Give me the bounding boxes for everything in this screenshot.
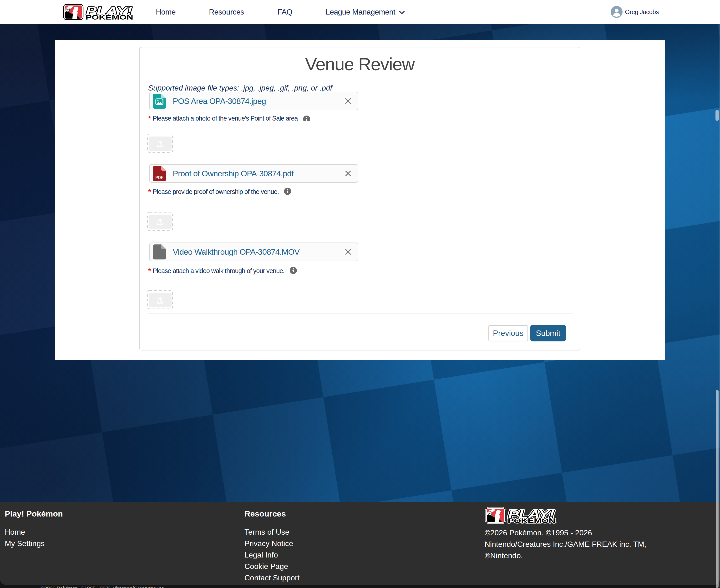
- svg-text:PDF: PDF: [155, 175, 164, 180]
- info-icon[interactable]: [284, 188, 291, 195]
- page-scrollbar-thumb[interactable]: [716, 390, 719, 588]
- nav-links: Home Resources FAQ League Management: [156, 0, 405, 24]
- required-marker: *: [148, 267, 151, 275]
- footer-brand-heading: Play! Pokémon: [5, 509, 63, 519]
- info-icon[interactable]: [290, 267, 297, 274]
- logo-pokemon-text: POKÉMON: [508, 517, 555, 524]
- pdf-file-icon: PDF: [153, 166, 166, 181]
- dropzone-inner: [149, 136, 172, 151]
- user-name: Greg Jacobs: [625, 8, 659, 16]
- file-link-pos-area[interactable]: POS Area OPA-30874.jpeg: [173, 97, 266, 106]
- footer-copyright-line: ©2026 Pokémon. ©1995 - 2026: [485, 528, 592, 537]
- footer-copyright-line: ®Nintendo.: [485, 551, 523, 560]
- page-title: Venue Review: [140, 54, 580, 74]
- nav-item-league-management-label: League Management: [326, 8, 395, 17]
- page-footer: Play! Pokémon Home My Settings Resources…: [0, 502, 720, 585]
- top-navbar: PLAY! PLAY! POKÉMON ™ Home Resources FAQ…: [0, 0, 720, 24]
- inner-scrollbar-thumb[interactable]: [716, 110, 719, 121]
- chevron-down-icon: [399, 11, 405, 14]
- nav-item-home[interactable]: Home: [156, 8, 175, 17]
- submit-button[interactable]: Submit: [530, 325, 566, 341]
- upload-icon: [156, 296, 164, 304]
- footer-link-terms-of-use[interactable]: Terms of Use: [245, 528, 289, 537]
- dropzone-inner: [149, 293, 172, 307]
- clipped-bottom-text: ©2026 Pokémon. ©1995 - 2026 Nintendo/Cre…: [41, 585, 165, 588]
- required-marker: *: [148, 188, 151, 196]
- nav-item-faq-label: FAQ: [278, 8, 292, 17]
- file-link-video-walkthrough[interactable]: Video Walkthrough OPA-30874.MOV: [173, 247, 299, 257]
- form-divider: [147, 314, 573, 314]
- file-link-proof-of-ownership[interactable]: Proof of Ownership OPA-30874.pdf: [173, 169, 294, 178]
- upload-dropzone-proof-of-ownership[interactable]: [147, 212, 173, 231]
- scrollbar-track: [719, 24, 720, 588]
- footer-link-cookie-page[interactable]: Cookie Page: [245, 562, 288, 571]
- footer-link-contact-support[interactable]: Contact Support: [245, 573, 299, 582]
- file-icon: [153, 245, 166, 259]
- upload-icon: [156, 217, 164, 226]
- footer-play-pokemon-logo: PLAY! PLAY! POKÉMON ™: [485, 507, 556, 524]
- field-label-text: Please attach a photo of the venue’s Poi…: [153, 114, 298, 121]
- footer-link-my-settings[interactable]: My Settings: [5, 539, 45, 548]
- uploaded-file-card-video-walkthrough: Video Walkthrough OPA-30874.MOV: [149, 243, 358, 261]
- uploaded-file-card-pos-area: POS Area OPA-30874.jpeg: [149, 92, 358, 110]
- remove-file-icon[interactable]: [344, 97, 352, 105]
- field-label-video-walkthrough: * Please attach a video walk through of …: [148, 267, 410, 275]
- venue-review-form-card: Venue Review Supported image file types:…: [139, 47, 580, 351]
- footer-link-home[interactable]: Home: [5, 528, 25, 537]
- remove-file-icon[interactable]: [344, 248, 352, 256]
- footer-link-privacy-notice[interactable]: Privacy Notice: [245, 539, 293, 548]
- footer-copyright-line: Nintendo/Creatures Inc./GAME FREAK inc. …: [485, 540, 647, 549]
- upload-icon: [156, 139, 164, 148]
- logo-tm-text: ™: [555, 522, 556, 524]
- footer-resources-heading: Resources: [245, 509, 286, 519]
- upload-dropzone-video-walkthrough[interactable]: [147, 290, 173, 309]
- nav-item-resources[interactable]: Resources: [209, 8, 244, 17]
- clipped-bottom-row: ©2026 Pokémon. ©1995 - 2026 Nintendo/Cre…: [0, 585, 720, 588]
- play-pokemon-logo[interactable]: PLAY! PLAY! POKÉMON ™: [63, 4, 134, 21]
- uploaded-file-card-proof-of-ownership: PDF Proof of Ownership OPA-30874.pdf: [149, 164, 358, 183]
- supported-file-types-note: Supported image file types: .jpg, .jpeg,…: [148, 84, 332, 92]
- logo-tm-text: ™: [133, 18, 134, 21]
- nav-item-home-label: Home: [156, 8, 175, 17]
- image-file-icon: [153, 93, 166, 109]
- user-avatar-icon: [611, 6, 622, 18]
- nav-item-faq[interactable]: FAQ: [278, 8, 292, 17]
- user-menu[interactable]: Greg Jacobs: [611, 0, 659, 24]
- logo-pokemon-text: POKÉMON: [86, 14, 133, 21]
- info-icon[interactable]: [303, 115, 310, 121]
- field-label-proof-of-ownership: * Please provide proof of ownership of t…: [148, 188, 410, 196]
- previous-button[interactable]: Previous: [488, 325, 528, 341]
- field-label-pos-area: * Please attach a photo of the venue’s P…: [148, 114, 410, 121]
- required-marker: *: [148, 114, 151, 121]
- nav-item-league-management[interactable]: League Management: [326, 8, 405, 17]
- upload-dropzone-pos-area[interactable]: [147, 134, 173, 153]
- remove-file-icon[interactable]: [344, 169, 352, 177]
- dropzone-inner: [149, 215, 172, 229]
- nav-item-resources-label: Resources: [209, 8, 244, 17]
- field-label-text: Please provide proof of ownership of the…: [153, 188, 279, 196]
- field-label-text: Please attach a video walk through of yo…: [153, 267, 284, 275]
- footer-link-legal-info[interactable]: Legal Info: [245, 551, 278, 560]
